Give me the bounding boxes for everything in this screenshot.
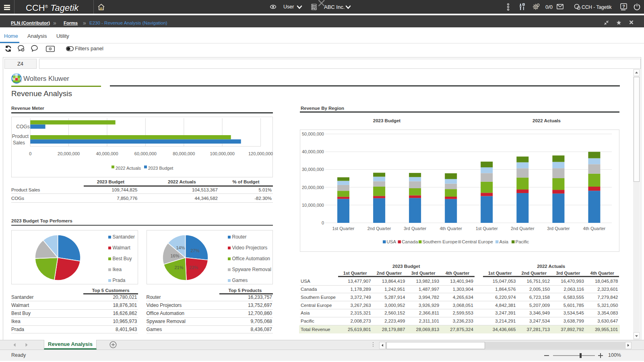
svg-text:Southern Europe: Southern Europe (423, 239, 458, 244)
svg-text:3rd Quarter: 3rd Quarter (404, 226, 427, 231)
svg-text:60,000,000: 60,000,000 (134, 151, 157, 156)
svg-text:Pacific: Pacific (516, 239, 529, 244)
svg-text:2nd Quarter: 2nd Quarter (511, 226, 535, 231)
svg-text:40,000,000: 40,000,000 (96, 151, 118, 156)
svg-text:Product: Product (12, 134, 29, 139)
svg-text:3rd Quarter: 3rd Quarter (547, 226, 570, 231)
svg-text:20,000,000: 20,000,000 (302, 185, 324, 190)
svg-text:Central Europe: Central Europe (462, 239, 493, 244)
svg-text:2022 Actuals: 2022 Actuals (116, 166, 141, 171)
svg-text:100,000,000: 100,000,000 (210, 151, 235, 156)
svg-text:1st Quarter: 1st Quarter (476, 226, 498, 231)
svg-text:Asia: Asia (500, 239, 509, 244)
svg-text:20,000,000: 20,000,000 (58, 151, 80, 156)
svg-text:10,000,000: 10,000,000 (302, 203, 324, 208)
svg-text:1st Quarter: 1st Quarter (332, 226, 354, 231)
svg-text:40,000,000: 40,000,000 (302, 149, 324, 154)
svg-text:80,000,000: 80,000,000 (173, 151, 195, 156)
svg-text:4th Quarter: 4th Quarter (583, 226, 606, 231)
svg-text:4th Quarter: 4th Quarter (440, 226, 462, 231)
svg-text:Canada: Canada (402, 239, 418, 244)
svg-text:120,000,000: 120,000,000 (248, 151, 273, 156)
svg-text:21%: 21% (174, 265, 183, 270)
svg-text:USA: USA (387, 239, 396, 244)
svg-text:0: 0 (322, 220, 324, 225)
svg-text:14%: 14% (176, 245, 185, 250)
svg-text:23%: 23% (189, 265, 198, 270)
svg-text:2023 Budget: 2023 Budget (148, 166, 173, 171)
svg-text:Sales: Sales (13, 140, 25, 146)
svg-text:COGs: COGs (16, 124, 29, 130)
svg-text:30,000,000: 30,000,000 (302, 167, 324, 172)
svg-text:?: ? (622, 4, 625, 9)
svg-text:2nd Quarter: 2nd Quarter (367, 226, 391, 231)
svg-text:50,000,000: 50,000,000 (302, 132, 324, 136)
svg-text:27%: 27% (190, 248, 199, 253)
svg-text:0: 0 (29, 151, 31, 156)
svg-text:16%: 16% (170, 253, 179, 258)
